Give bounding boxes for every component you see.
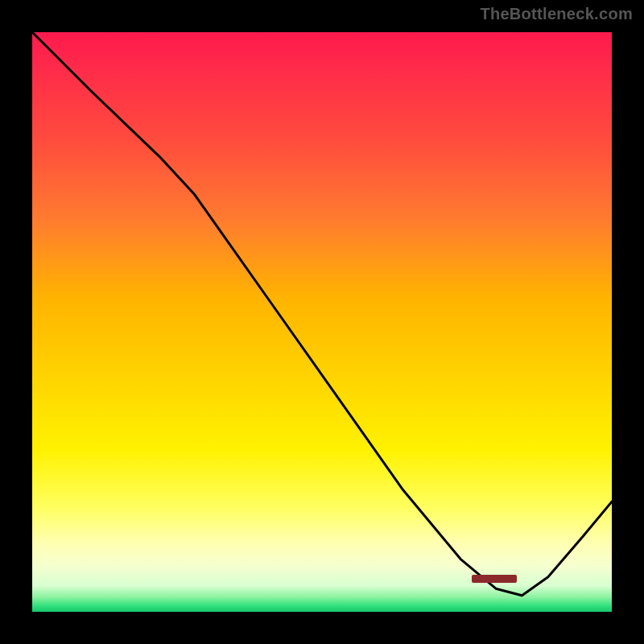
watermark-text: TheBottleneck.com: [480, 5, 633, 23]
plot-area: [32, 32, 612, 612]
chart-container: TheBottleneck.com: [0, 0, 644, 644]
minimum-marker: [472, 575, 517, 583]
plot-svg: [32, 32, 612, 612]
